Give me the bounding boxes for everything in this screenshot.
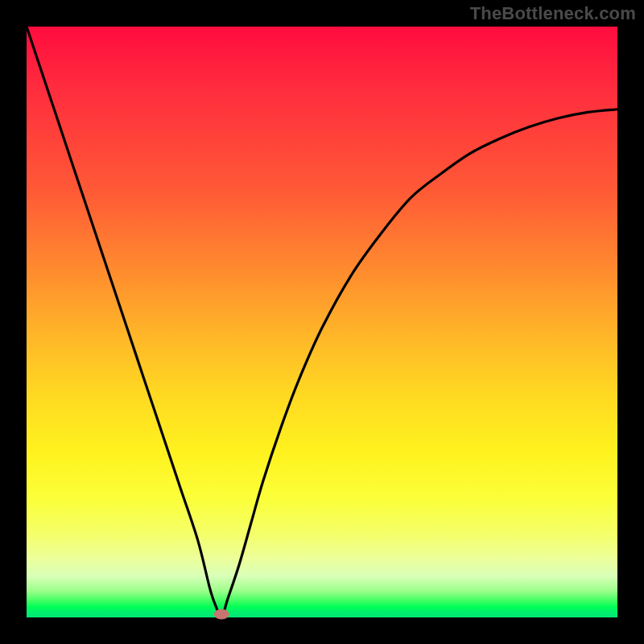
chart-frame: TheBottleneck.com bbox=[0, 0, 644, 644]
minimum-marker bbox=[214, 609, 229, 619]
plot-area bbox=[27, 27, 617, 617]
bottleneck-curve bbox=[27, 27, 617, 617]
watermark-text: TheBottleneck.com bbox=[470, 3, 636, 24]
curve-layer bbox=[27, 27, 617, 617]
